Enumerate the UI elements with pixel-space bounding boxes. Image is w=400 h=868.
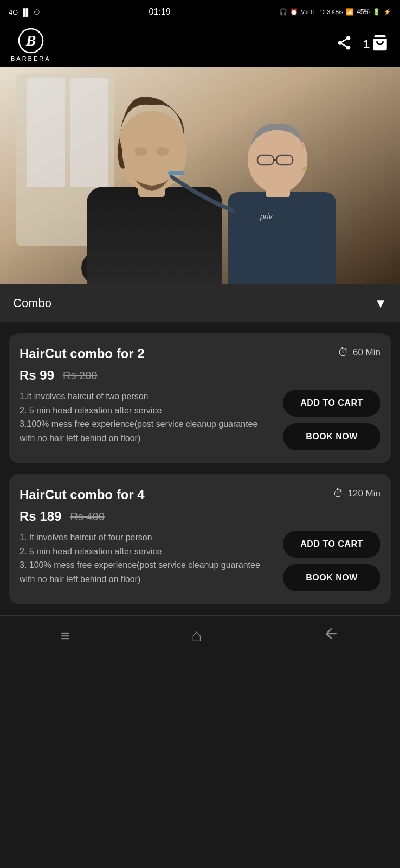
status-bar: 4G ▐▌ ⚇ 01:19 🎧 ⏰ VoLTE 12.3 KB/s 📶 45% … bbox=[0, 0, 400, 24]
hero-image: priv bbox=[0, 67, 400, 284]
combo-label: Combo bbox=[13, 296, 51, 310]
status-left: 4G ▐▌ ⚇ bbox=[9, 8, 40, 16]
cart-icon bbox=[371, 34, 389, 56]
signal-bars: ▐▌ bbox=[21, 8, 30, 16]
duration-text-combo4: 120 Min bbox=[348, 488, 380, 499]
service-cards-container: HairCut combo for 2 ⏱ 60 Min Rs 99 Rs 20… bbox=[0, 322, 400, 615]
time-display: 01:19 bbox=[149, 7, 171, 17]
duration-badge-combo2: ⏱ 60 Min bbox=[338, 346, 380, 359]
svg-point-16 bbox=[134, 147, 147, 156]
svg-text:B: B bbox=[25, 32, 36, 49]
price-row-combo2: Rs 99 Rs 200 bbox=[20, 368, 380, 383]
alarm-icon: ⏰ bbox=[290, 8, 298, 16]
card-header-combo4: HairCut combo for 4 ⏱ 120 Min bbox=[20, 487, 380, 502]
nav-icons: 1 bbox=[336, 34, 389, 56]
svg-point-26 bbox=[302, 167, 307, 171]
speed-text: 12.3 KB/s bbox=[320, 9, 343, 15]
price-original-combo2: Rs 200 bbox=[63, 369, 97, 382]
cart-count: 1 bbox=[363, 37, 370, 52]
card-header-combo2: HairCut combo for 2 ⏱ 60 Min bbox=[20, 346, 380, 361]
book-now-button-combo4[interactable]: BOOK NOW bbox=[283, 564, 380, 591]
combo-dropdown[interactable]: Combo ▼ bbox=[0, 284, 400, 322]
volte-text: VoLTE bbox=[301, 9, 317, 15]
price-current-combo4: Rs 189 bbox=[20, 509, 61, 524]
svg-rect-13 bbox=[87, 187, 222, 284]
duration-badge-combo4: ⏱ 120 Min bbox=[333, 487, 380, 500]
bottom-nav: ≡ ⌂ bbox=[0, 615, 400, 655]
svg-rect-19 bbox=[168, 171, 184, 175]
usb-icon: ⚇ bbox=[34, 8, 40, 16]
price-current-combo2: Rs 99 bbox=[20, 368, 54, 383]
battery-icon: 🔋 bbox=[372, 8, 380, 16]
service-name-combo4: HairCut combo for 4 bbox=[20, 487, 333, 502]
svg-rect-18 bbox=[228, 192, 336, 284]
headphone-icon: 🎧 bbox=[279, 8, 287, 16]
chevron-down-icon: ▼ bbox=[374, 296, 387, 311]
service-name-combo2: HairCut combo for 2 bbox=[20, 346, 338, 361]
price-original-combo4: Rs 400 bbox=[70, 510, 104, 523]
top-nav: B BARBERA 1 bbox=[0, 24, 400, 67]
signal-text: 4G bbox=[9, 8, 18, 16]
svg-rect-11 bbox=[70, 78, 108, 187]
status-right: 🎧 ⏰ VoLTE 12.3 KB/s 📶 45% 🔋 ⚡ bbox=[279, 8, 391, 16]
timer-icon: ⏱ bbox=[338, 346, 349, 359]
timer-icon-2: ⏱ bbox=[333, 487, 344, 500]
svg-line-6 bbox=[341, 39, 346, 42]
charging-icon: ⚡ bbox=[383, 8, 391, 16]
logo-svg: B bbox=[17, 27, 44, 54]
menu-icon[interactable]: ≡ bbox=[61, 627, 70, 645]
action-buttons-combo2: ADD TO CART BOOK NOW bbox=[283, 390, 380, 450]
add-to-cart-button-combo4[interactable]: ADD TO CART bbox=[283, 531, 380, 558]
svg-point-17 bbox=[156, 147, 169, 156]
svg-rect-10 bbox=[27, 78, 65, 187]
brand-logo: B BARBERA bbox=[11, 27, 51, 62]
battery-text: 45% bbox=[357, 8, 370, 16]
card-body-combo2: 1.It involves haircut of two person2. 5 … bbox=[20, 390, 380, 450]
description-combo2: 1.It involves haircut of two person2. 5 … bbox=[20, 390, 274, 445]
svg-point-4 bbox=[346, 46, 351, 50]
add-to-cart-button-combo2[interactable]: ADD TO CART bbox=[283, 390, 380, 417]
svg-point-3 bbox=[338, 41, 343, 45]
svg-point-2 bbox=[346, 36, 351, 40]
service-card-combo2: HairCut combo for 2 ⏱ 60 Min Rs 99 Rs 20… bbox=[9, 333, 391, 463]
brand-name: BARBERA bbox=[11, 55, 51, 62]
price-row-combo4: Rs 189 Rs 400 bbox=[20, 509, 380, 524]
card-body-combo4: 1. It involves haircut of four person2. … bbox=[20, 531, 380, 591]
hero-svg: priv bbox=[0, 67, 400, 284]
svg-text:priv: priv bbox=[260, 212, 273, 221]
book-now-button-combo2[interactable]: BOOK NOW bbox=[283, 423, 380, 450]
svg-line-5 bbox=[341, 43, 346, 46]
description-combo4: 1. It involves haircut of four person2. … bbox=[20, 531, 274, 586]
service-card-combo4: HairCut combo for 4 ⏱ 120 Min Rs 189 Rs … bbox=[9, 474, 391, 604]
wifi-icon: 📶 bbox=[346, 8, 354, 16]
home-icon[interactable]: ⌂ bbox=[191, 626, 202, 646]
back-icon[interactable] bbox=[323, 626, 339, 646]
duration-text-combo2: 60 Min bbox=[353, 347, 380, 358]
share-icon[interactable] bbox=[336, 35, 352, 55]
cart-wrapper[interactable]: 1 bbox=[363, 34, 389, 56]
action-buttons-combo4: ADD TO CART BOOK NOW bbox=[283, 531, 380, 591]
